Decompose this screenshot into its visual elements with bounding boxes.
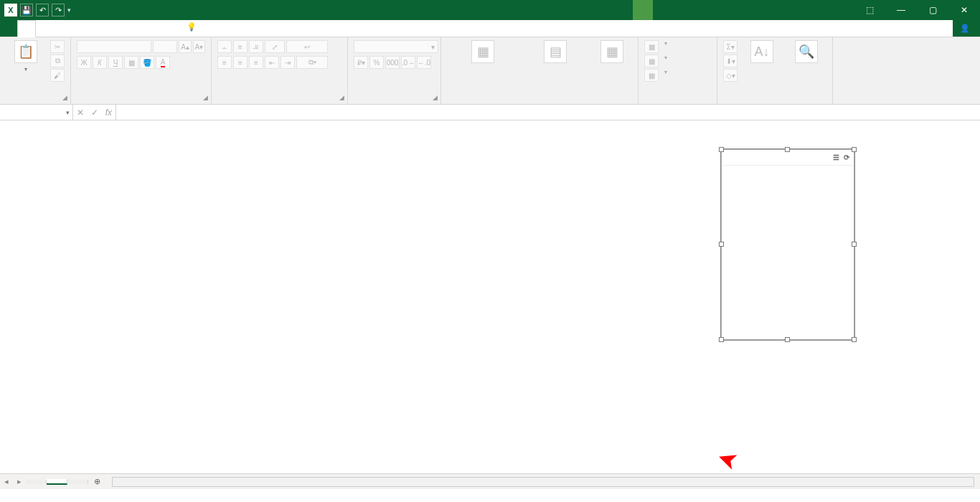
worksheet-grid[interactable]: ☰⟳	[0, 120, 980, 473]
quick-access-toolbar: X 💾 ↶ ↷ ▾	[0, 4, 71, 16]
slicer-tools-context-tab[interactable]	[633, 0, 653, 20]
font-color-icon[interactable]: A	[156, 56, 170, 69]
increase-font-icon[interactable]: A▴	[179, 40, 191, 53]
ribbon: 📋▾ ✂ ⧉ 🖌 ◢ A▴A▾ ЖКЧ▦🪣A ◢ ⫠≡⫡⤢↩ ≡≡≡⇤⇥⧉▾ ◢…	[0, 37, 980, 105]
accounting-icon[interactable]: ₽▾	[354, 56, 368, 69]
tell-me-search[interactable]	[181, 20, 938, 37]
redo-icon[interactable]: ↷	[52, 4, 65, 16]
fill-color-icon[interactable]: 🪣	[140, 56, 154, 69]
dialog-launcher-icon[interactable]: ◢	[203, 94, 208, 101]
sheet-nav-prev-icon[interactable]: ◂	[0, 477, 13, 486]
undo-icon[interactable]: ↶	[36, 4, 49, 16]
qat-dropdown-icon[interactable]: ▾	[67, 6, 71, 14]
tab-slicer-options[interactable]	[164, 20, 181, 37]
horizontal-scrollbar[interactable]	[106, 477, 980, 487]
border-icon[interactable]: ▦	[124, 56, 138, 69]
tab-home[interactable]	[17, 20, 36, 37]
align-center-icon[interactable]: ≡	[233, 56, 248, 69]
cancel-formula-icon[interactable]: ✕	[77, 108, 84, 118]
enter-formula-icon[interactable]: ✓	[91, 108, 98, 118]
ribbon-tabs: 👤	[0, 20, 980, 37]
insert-cells-button[interactable]: ▦▾	[644, 40, 667, 53]
dialog-launcher-icon[interactable]: ◢	[339, 94, 344, 101]
clear-filter-icon[interactable]: ⟳	[844, 153, 849, 161]
decrease-indent-icon[interactable]: ⇤	[265, 56, 279, 69]
format-cells-button[interactable]: ▦▾	[644, 69, 667, 82]
font-name-combo[interactable]	[77, 40, 151, 53]
tab-formulas[interactable]	[70, 20, 88, 37]
sheet-nav-next-icon[interactable]: ▸	[13, 477, 26, 486]
sheet-tab[interactable]	[67, 480, 88, 484]
increase-decimal-icon[interactable]: .0→	[401, 56, 415, 69]
find-select-button[interactable]: 🔍	[786, 40, 826, 65]
ribbon-options-icon[interactable]: ⬚	[854, 5, 885, 15]
sort-filter-icon: A↓	[750, 40, 773, 63]
underline-icon[interactable]: Ч	[108, 56, 123, 69]
excel-icon: X	[4, 4, 17, 16]
fx-icon[interactable]: fx	[105, 108, 112, 118]
sheet-tab[interactable]	[47, 479, 67, 485]
sign-in-button[interactable]	[938, 20, 953, 37]
wrap-text-icon[interactable]: ↩	[286, 40, 328, 53]
number-format-combo[interactable]: ▾	[354, 40, 438, 53]
tab-view[interactable]	[122, 20, 139, 37]
share-icon: 👤	[960, 24, 970, 33]
group-cells: ▦▾ ▦▾ ▦▾	[639, 37, 717, 104]
group-cells-label	[644, 101, 711, 103]
italic-icon[interactable]: К	[93, 56, 107, 69]
minimize-icon[interactable]: —	[885, 5, 917, 15]
share-button[interactable]: 👤	[953, 20, 980, 37]
dialog-launcher-icon[interactable]: ◢	[62, 94, 67, 101]
formula-bar: ▾ ✕ ✓ fx	[0, 105, 980, 120]
comma-icon[interactable]: 000	[385, 56, 400, 69]
tab-data[interactable]	[88, 20, 105, 37]
delete-cells-button[interactable]: ▦▾	[644, 55, 667, 67]
percent-icon[interactable]: %	[369, 56, 384, 69]
conditional-formatting-button[interactable]: ▦	[447, 40, 519, 65]
tab-page-layout[interactable]	[53, 20, 70, 37]
formula-input[interactable]	[116, 105, 980, 120]
fill-icon[interactable]: ⬇▾	[723, 55, 738, 67]
align-left-icon[interactable]: ≡	[217, 56, 232, 69]
tab-file[interactable]	[0, 20, 17, 37]
align-middle-icon[interactable]: ≡	[233, 40, 248, 53]
paste-button[interactable]: 📋▾	[6, 40, 46, 72]
restore-icon[interactable]: ▢	[917, 5, 948, 15]
align-bottom-icon[interactable]: ⫡	[249, 40, 263, 53]
format-painter-icon[interactable]: 🖌	[50, 69, 65, 82]
new-sheet-icon[interactable]: ⊕	[88, 477, 106, 486]
align-right-icon[interactable]: ≡	[249, 56, 263, 69]
cell-styles-button[interactable]: ▦	[592, 40, 632, 65]
sheet-tab[interactable]	[26, 480, 47, 484]
tab-insert[interactable]	[36, 20, 53, 37]
format-as-table-button[interactable]: ▤	[523, 40, 588, 65]
delete-cells-icon: ▦	[644, 55, 659, 67]
format-table-icon: ▤	[544, 40, 567, 63]
orientation-icon[interactable]: ⤢	[265, 40, 285, 53]
group-number: ▾ ₽▾%000.0→←.0 ◢	[348, 37, 441, 104]
chevron-down-icon[interactable]: ▾	[66, 109, 70, 116]
dialog-launcher-icon[interactable]: ◢	[433, 94, 438, 101]
cut-icon[interactable]: ✂	[50, 40, 65, 53]
font-size-combo[interactable]	[153, 40, 177, 53]
group-styles: ▦ ▤ ▦	[441, 37, 639, 104]
merge-icon[interactable]: ⧉▾	[296, 56, 328, 69]
increase-indent-icon[interactable]: ⇥	[281, 56, 295, 69]
decrease-font-icon[interactable]: A▾	[193, 40, 205, 53]
multi-select-icon[interactable]: ☰	[833, 153, 839, 161]
autosum-icon[interactable]: Σ▾	[723, 40, 738, 53]
slicer-id-store[interactable]: ☰⟳	[721, 149, 854, 340]
formula-bar-buttons: ✕ ✓ fx	[73, 105, 116, 120]
copy-icon[interactable]: ⧉	[50, 55, 65, 67]
group-clipboard: 📋▾ ✂ ⧉ 🖌 ◢	[0, 37, 71, 104]
clear-icon[interactable]: ◇▾	[723, 69, 738, 82]
decrease-decimal-icon[interactable]: ←.0	[417, 56, 431, 69]
tab-review[interactable]	[105, 20, 122, 37]
save-icon[interactable]: 💾	[20, 4, 33, 16]
close-icon[interactable]: ✕	[948, 5, 980, 15]
name-box[interactable]: ▾	[0, 105, 73, 120]
align-top-icon[interactable]: ⫠	[217, 40, 232, 53]
sort-filter-button[interactable]: A↓	[742, 40, 782, 65]
bold-icon[interactable]: Ж	[77, 56, 91, 69]
cell-styles-icon: ▦	[600, 40, 623, 63]
